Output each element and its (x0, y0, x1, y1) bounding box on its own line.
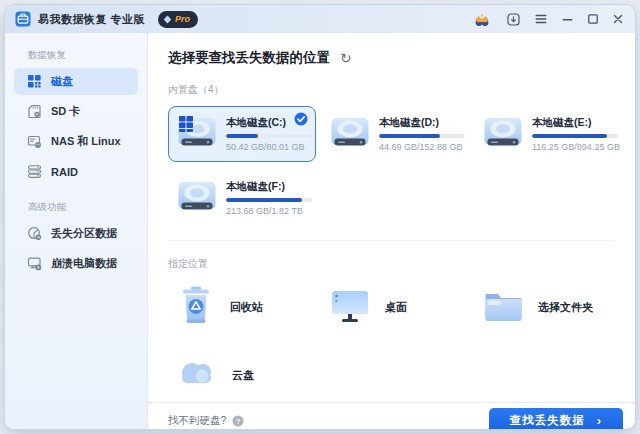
drive-name: 本地磁盘(F:) (226, 180, 307, 194)
page-title: 选择要查找丢失数据的位置 (168, 49, 330, 67)
drive-capacity: 116.25 GB/894.25 GB (532, 142, 613, 152)
drive-card-c[interactable]: 本地磁盘(C:) 50.42 GB/80.01 GB (168, 106, 316, 162)
lost-partition-icon (27, 226, 42, 241)
location-label: 选择文件夹 (538, 300, 593, 315)
maximize-icon[interactable] (588, 14, 598, 24)
scan-button[interactable]: 查找丢失数据 › (489, 408, 623, 429)
pro-badge-label: Pro (175, 14, 190, 24)
hard-drive-icon (483, 115, 523, 153)
crashed-pc-icon (27, 256, 42, 271)
nas-linux-icon (27, 134, 42, 149)
drive-grid: 本地磁盘(C:) 50.42 GB/80.01 GB (168, 106, 623, 226)
sidebar-item-label: RAID (51, 166, 78, 178)
refresh-icon[interactable]: ↻ (340, 51, 352, 65)
drive-capacity: 50.42 GB/80.01 GB (226, 142, 307, 152)
location-recycle-bin[interactable]: 回收站 (168, 280, 316, 334)
drive-card-e[interactable]: 本地磁盘(E:) 116.25 GB/894.25 GB (474, 106, 622, 162)
specified-locations-label: 指定位置 (168, 257, 623, 271)
footer-bar: 找不到硬盘? ? 查找丢失数据 › (148, 402, 635, 429)
usage-bar (532, 134, 618, 138)
raid-icon (27, 164, 42, 179)
drive-capacity: 213.68 GB/1.82 TB (226, 206, 307, 216)
vip-crown-icon[interactable] (472, 12, 492, 27)
minimize-icon[interactable] (562, 14, 573, 24)
close-icon[interactable] (613, 14, 623, 24)
drive-card-f[interactable]: 本地磁盘(F:) 213.68 GB/1.82 TB (168, 170, 316, 226)
app-title: 易我数据恢复 专业版 (38, 12, 145, 27)
drive-name: 本地磁盘(E:) (532, 116, 613, 130)
drive-capacity: 44.69 GB/152.88 GB (379, 142, 460, 152)
section-divider (168, 240, 615, 241)
arrow-right-icon: › (597, 414, 602, 427)
disk-icon (27, 74, 42, 89)
help-text: 找不到硬盘? (168, 414, 226, 428)
download-icon[interactable] (507, 13, 520, 26)
sd-card-icon (27, 104, 42, 119)
drive-name: 本地磁盘(D:) (379, 116, 460, 130)
sidebar-section-data-recovery-label: 数据恢复 (28, 49, 147, 62)
sidebar-item-crashed-pc[interactable]: 崩溃电脑数据 (14, 250, 138, 277)
sidebar-item-disk[interactable]: 磁盘 (14, 68, 138, 95)
sidebar-item-label: 磁盘 (51, 74, 73, 89)
scan-button-label: 查找丢失数据 (510, 413, 585, 428)
location-grid: 回收站 桌面 (168, 280, 623, 402)
help-icon[interactable]: ? (232, 415, 244, 427)
sidebar-item-sd-card[interactable]: SD 卡 (14, 98, 138, 125)
usage-bar (379, 134, 465, 138)
usage-bar (226, 198, 312, 202)
main-panel: 选择要查找丢失数据的位置 ↻ 内置盘（4） (148, 33, 635, 429)
sidebar-item-nas-linux[interactable]: NAS 和 Linux (14, 128, 138, 155)
app-window: 易我数据恢复 专业版 Pro (5, 5, 635, 429)
sidebar-item-label: 崩溃电脑数据 (51, 256, 117, 271)
sidebar-item-lost-partition[interactable]: 丢失分区数据 (14, 220, 138, 247)
hard-drive-icon (177, 179, 217, 217)
menu-icon[interactable] (535, 14, 547, 24)
location-label: 云盘 (232, 368, 254, 383)
svg-text:?: ? (236, 416, 241, 425)
location-desktop[interactable]: 桌面 (321, 280, 469, 334)
sidebar: 数据恢复 磁盘 (5, 33, 148, 429)
drive-card-d[interactable]: 本地磁盘(D:) 44.69 GB/152.88 GB (321, 106, 469, 162)
app-logo-icon (15, 11, 31, 27)
pro-badge: Pro (158, 11, 198, 28)
sidebar-section-advanced-label: 高级功能 (28, 201, 147, 214)
sidebar-item-label: SD 卡 (51, 104, 80, 119)
location-select-folder[interactable]: 选择文件夹 (474, 280, 622, 334)
location-label: 回收站 (230, 300, 263, 315)
sidebar-item-raid[interactable]: RAID (14, 158, 138, 185)
diamond-icon (164, 15, 172, 23)
cloud-icon (176, 357, 218, 393)
location-label: 桌面 (385, 300, 407, 315)
sidebar-item-label: NAS 和 Linux (51, 134, 121, 149)
location-cloud-drive[interactable]: 云盘 (168, 348, 316, 402)
selected-check-icon (294, 112, 308, 126)
hard-drive-windows-icon (177, 115, 217, 153)
internal-drives-label: 内置盘（4） (168, 83, 623, 97)
titlebar: 易我数据恢复 专业版 Pro (5, 5, 635, 33)
sidebar-item-label: 丢失分区数据 (51, 226, 117, 241)
hard-drive-icon (330, 115, 370, 153)
recycle-bin-icon (176, 284, 216, 330)
desktop-icon (329, 284, 371, 330)
usage-bar (226, 134, 312, 138)
folder-icon (482, 285, 524, 329)
